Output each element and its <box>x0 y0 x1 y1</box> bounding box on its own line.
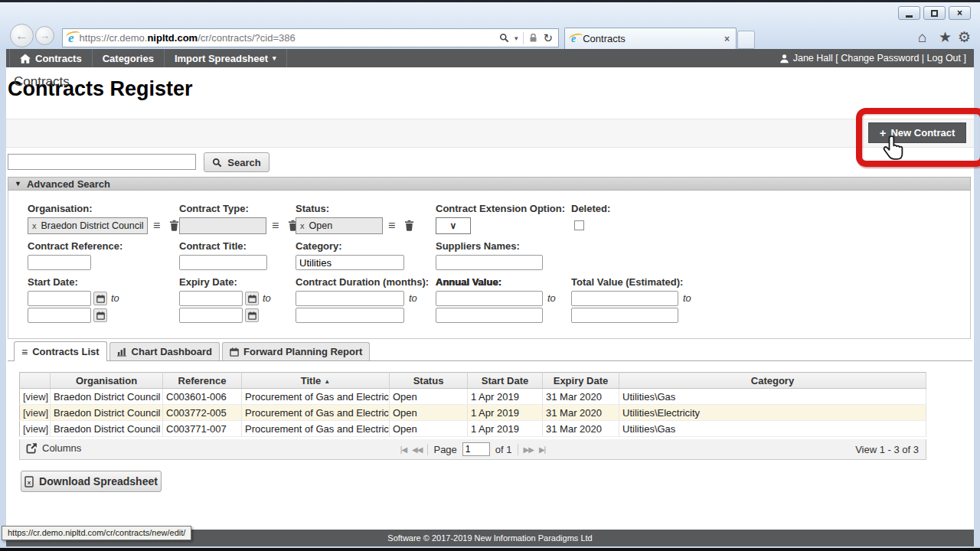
nav-item-categories[interactable]: Categories <box>93 49 165 67</box>
status-label: Status: <box>296 203 329 214</box>
contract-reference-input[interactable] <box>28 255 91 270</box>
divider <box>518 444 518 455</box>
tab-close-icon[interactable]: × <box>724 34 730 44</box>
next-page-icon[interactable]: ▶▶ <box>524 445 534 454</box>
divider <box>427 444 428 455</box>
new-tab-button[interactable] <box>737 31 755 49</box>
col-category[interactable]: Category <box>619 373 926 389</box>
expiry-date-to-calendar-button[interactable] <box>245 308 259 322</box>
first-page-icon[interactable]: |◀ <box>400 445 407 454</box>
tab-contracts-list[interactable]: ≡ Contracts List <box>14 341 107 361</box>
cell-category: Utilities\Gas <box>619 389 926 405</box>
table-row[interactable]: [view] Braedon District Council C003601-… <box>20 389 926 405</box>
to-label: to <box>263 292 271 304</box>
back-icon: ← <box>15 28 28 44</box>
cell-reference: C003771-007 <box>163 421 242 437</box>
page-of-label: of 1 <box>495 444 512 455</box>
suppliers-names-label: Suppliers Names: <box>436 240 520 252</box>
cell-title: Procurement of Gas and Electrici <box>242 405 390 421</box>
total-value-from-input[interactable] <box>571 291 678 306</box>
search-button[interactable]: Search <box>204 152 270 172</box>
deleted-checkbox[interactable] <box>574 220 584 230</box>
expiry-date-to-input[interactable] <box>179 308 243 323</box>
suppliers-names-input[interactable] <box>436 255 543 270</box>
app-navbar: Contracts Categories Import Spreadsheet … <box>6 49 974 67</box>
start-date-to-calendar-button[interactable] <box>93 308 107 322</box>
col-reference[interactable]: Reference <box>163 373 242 389</box>
extension-option-select[interactable]: ∨ <box>436 217 471 234</box>
tab-forward-planning-report[interactable]: Forward Planning Report <box>222 342 370 360</box>
page-number-input[interactable] <box>462 442 490 456</box>
home-icon[interactable]: ⌂ <box>918 30 926 44</box>
download-spreadsheet-button[interactable]: x Download Spreadsheet <box>21 471 162 492</box>
annual-value-label2: Annual Value: <box>436 276 501 288</box>
user-menu[interactable]: Jane Hall [ Change Password | Log Out ] <box>779 49 974 67</box>
back-button[interactable]: ← <box>10 24 34 47</box>
contract-type-field[interactable] <box>179 217 266 234</box>
search-icon[interactable] <box>499 33 509 43</box>
col-start-date[interactable]: Start Date <box>468 373 543 389</box>
annual-value-from-input[interactable] <box>436 291 543 306</box>
cell-category: Utilities\Gas <box>619 421 926 437</box>
col-expiry-date[interactable]: Expiry Date <box>543 373 619 389</box>
total-value-to-input[interactable] <box>571 308 678 323</box>
maximize-button[interactable] <box>923 6 946 20</box>
view-count-label: View 1 - 3 of 3 <box>855 444 919 455</box>
contract-type-list-picker-icon[interactable]: ≡ <box>272 220 279 232</box>
organisation-clear-icon[interactable] <box>169 220 179 231</box>
advanced-search-toggle[interactable]: ▼ Advanced Search <box>8 177 971 191</box>
cell-status: Open <box>390 389 468 405</box>
expiry-date-from-calendar-button[interactable] <box>245 292 259 305</box>
organisation-list-picker-icon[interactable]: ≡ <box>153 220 160 232</box>
refresh-icon[interactable]: ↻ <box>543 32 553 44</box>
chip-remove-icon[interactable]: x <box>300 221 305 230</box>
lock-icon <box>529 33 537 43</box>
ie-logo-icon: e <box>68 31 74 44</box>
view-link[interactable]: [view] <box>23 391 48 403</box>
col-organisation[interactable]: Organisation <box>51 373 163 389</box>
favorites-star-icon[interactable]: ★ <box>939 30 952 44</box>
address-bar[interactable]: e https://cr.demo.nipltd.com/cr/contract… <box>62 28 559 47</box>
settings-gear-icon[interactable]: ⚙ <box>958 30 971 44</box>
nav-item-import-spreadsheet[interactable]: Import Spreadsheet ▾ <box>165 49 287 67</box>
forward-button[interactable]: → <box>35 26 54 45</box>
start-date-to-input[interactable] <box>28 308 91 323</box>
search-dropdown-caret-icon[interactable]: ▾ <box>514 34 518 42</box>
view-link[interactable]: [view] <box>23 423 48 435</box>
cell-organisation: Braedon District Council <box>51 389 163 405</box>
status-clear-icon[interactable] <box>404 220 414 231</box>
status-field[interactable]: x Open <box>296 217 383 234</box>
status-list-picker-icon[interactable]: ≡ <box>388 220 395 232</box>
hand-cursor-icon <box>881 135 907 162</box>
contract-title-input[interactable] <box>179 255 267 270</box>
deleted-label: Deleted: <box>571 203 610 214</box>
calendar-icon <box>248 311 256 320</box>
bar-chart-icon <box>117 347 127 357</box>
sort-asc-icon: ▲ <box>324 378 330 385</box>
search-input[interactable] <box>8 154 196 170</box>
expiry-date-from-input[interactable] <box>179 291 243 306</box>
close-window-button[interactable]: × <box>949 6 971 20</box>
chip-remove-icon[interactable]: x <box>32 221 37 230</box>
minimize-button[interactable] <box>898 6 920 20</box>
search-button-icon <box>212 158 222 168</box>
annual-value-to-input[interactable] <box>436 308 543 323</box>
nav-item-contracts[interactable]: Contracts <box>9 49 93 67</box>
advanced-search-title: Advanced Search <box>27 178 110 190</box>
start-date-from-calendar-button[interactable] <box>93 292 107 305</box>
prev-page-icon[interactable]: ◀◀ <box>412 445 422 454</box>
browser-tab[interactable]: e Contracts × <box>564 28 737 49</box>
cell-category: Utilities\Electricity <box>619 405 926 421</box>
col-status[interactable]: Status <box>390 373 468 389</box>
col-title[interactable]: Title▲ <box>242 373 390 389</box>
table-row[interactable]: [view] Braedon District Council C003771-… <box>20 421 926 437</box>
duration-to-input[interactable] <box>296 308 404 323</box>
table-row[interactable]: [view] Braedon District Council C003772-… <box>20 405 926 421</box>
tab-chart-dashboard[interactable]: Chart Dashboard <box>109 342 220 360</box>
organisation-field[interactable]: x Braedon District Council <box>28 217 148 234</box>
category-input[interactable] <box>296 255 404 270</box>
start-date-from-input[interactable] <box>28 291 91 306</box>
last-page-icon[interactable]: ▶| <box>539 445 545 454</box>
duration-from-input[interactable] <box>296 291 404 306</box>
view-link[interactable]: [view] <box>23 407 48 419</box>
